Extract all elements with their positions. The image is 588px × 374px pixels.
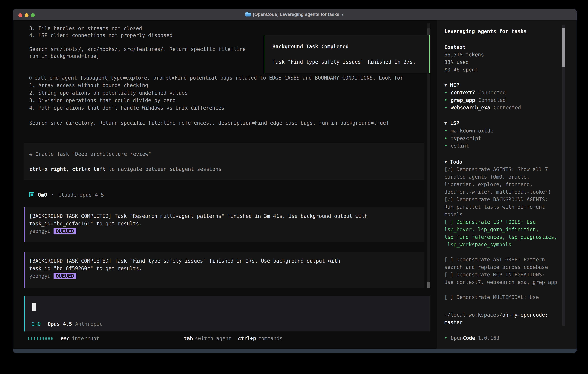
- esc-key-label: esc: [61, 335, 70, 341]
- tool-call-line: 4. Path operations that don't handle Win…: [29, 104, 403, 112]
- folder-icon: [245, 13, 251, 17]
- notification-toast: Background Task Completed Task "Find typ…: [264, 35, 430, 73]
- status-badge: QUEUED: [53, 228, 76, 234]
- mcp-heading: MCP: [450, 81, 459, 89]
- background-task-message: [BACKGROUND TASK COMPLETED] Task "Resear…: [24, 208, 424, 242]
- todo-item: [✓] Demonstrate BACKGROUND AGENTS: Run p…: [444, 196, 564, 218]
- collapse-triangle-icon: ▼: [444, 158, 447, 166]
- lsp-heading: LSP: [450, 119, 459, 127]
- text-cursor: [32, 303, 36, 311]
- tab-key-label: tab: [184, 335, 193, 341]
- tool-call-line: Search src/ directory. Return specific f…: [29, 119, 403, 127]
- status-dot-icon: •: [444, 96, 451, 104]
- mcp-item: •grep_appConnected: [444, 96, 521, 104]
- status-dot-icon: •: [444, 135, 451, 142]
- context-heading: Context: [444, 43, 484, 51]
- context-section: Context 66,518 tokens 33% used $0.46 spe…: [444, 43, 484, 73]
- window-title: [OpenCode] Leveraging agents for tasks: [253, 12, 339, 17]
- model-name: claude-opus-4-5: [58, 192, 104, 198]
- status-dot-icon: •: [444, 334, 451, 342]
- oracle-task-title: ◉ Oracle Task "Deep architecture review": [29, 150, 151, 158]
- task-message-line: task_id="bg_6f59260c" to get results.: [29, 265, 424, 272]
- output-line: run_in_background=true]: [29, 53, 246, 60]
- todo-item: [ ] Demonstrate MCP INTEGRATIONS: Use co…: [444, 271, 564, 286]
- status-dot-icon: •: [444, 104, 451, 111]
- todo-item: [✓] Demonstrate AGENTS: Show all 7 curat…: [444, 166, 564, 196]
- tool-call-line: [29, 112, 403, 119]
- prompt-input-panel[interactable]: OmO Opus 4.5 Anthropic: [24, 296, 430, 332]
- esc-action-label: interrupt: [72, 335, 99, 341]
- todo-item: [ ] Demonstrate MULTIMODAL: Use: [444, 293, 564, 301]
- notification-body: Task "Find type safety issues" finished …: [273, 58, 416, 66]
- close-window-button[interactable]: [18, 13, 22, 17]
- background-task-message: [BACKGROUND TASK COMPLETED] Task "Find t…: [24, 252, 424, 288]
- input-provider-name: Anthropic: [75, 320, 103, 328]
- scrollbar-thumb[interactable]: [427, 282, 430, 288]
- mcp-item: •context7Connected: [444, 89, 521, 96]
- collapse-triangle-icon: ▼: [444, 119, 447, 127]
- zoom-window-button[interactable]: [31, 13, 35, 17]
- output-line: Search src/tools/, src/hooks/, src/featu…: [29, 46, 246, 53]
- task-message-line: task_id="bg_dcfac161" to get results.: [29, 220, 424, 227]
- window-bottom-edge: [13, 349, 577, 353]
- workspace-info: ~/local-workspaces/oh-my-opencode: maste…: [444, 311, 548, 326]
- lsp-section: ▼LSP •markdown-oxide •typescript •eslint: [444, 119, 493, 150]
- task-message-line: [BACKGROUND TASK COMPLETED] Task "Find t…: [29, 257, 424, 265]
- oracle-task-hint: ctrl+x right, ctrl+x left to navigate be…: [29, 165, 221, 173]
- agent-name: OmO: [38, 192, 47, 198]
- output-line: 3. File handles or streams not closed: [29, 25, 246, 32]
- collapse-triangle-icon: ▼: [444, 81, 447, 89]
- tool-call-line: 1. Array access without bounds checking: [29, 82, 403, 89]
- lsp-section-header[interactable]: ▼LSP: [444, 119, 493, 127]
- commands-action-label: commands: [258, 335, 283, 341]
- agent-header-row: OmO · claude-opus-4-5: [29, 191, 104, 198]
- tool-call-block: ⚙call_omo_agent [subagent_type=explore, …: [29, 74, 403, 127]
- app-name-light: Open: [451, 334, 463, 342]
- status-dot-icon: •: [444, 127, 451, 135]
- tool-call-line: 2. String operations on potentially unde…: [29, 89, 403, 97]
- status-dot-icon: •: [444, 142, 451, 150]
- todo-heading: Todo: [450, 158, 462, 166]
- input-model-name[interactable]: Opus 4.5: [48, 320, 72, 328]
- activity-spinner-icon: [28, 337, 52, 340]
- todo-section: ▼Todo [✓] Demonstrate AGENTS: Show all 7…: [444, 158, 564, 301]
- app-name-bold: Code: [463, 334, 475, 342]
- title-bar: [OpenCode] Leveraging agents for tasks ◐: [13, 9, 577, 20]
- tool-call-line: 3. Division operations that could divide…: [29, 97, 403, 104]
- workspace-path-prefix: ~/local-workspaces/: [444, 312, 502, 318]
- user-label: yeongyu: [29, 227, 51, 235]
- mcp-section-header[interactable]: ▼MCP: [444, 81, 521, 89]
- status-bar: esc interrupt tab switch agent ctrl+p co…: [13, 335, 433, 342]
- minimize-window-button[interactable]: [25, 13, 29, 17]
- commands-key-label: ctrl+p: [238, 335, 256, 341]
- lsp-item: •typescript: [444, 135, 493, 142]
- session-title: Leveraging agents for tasks: [444, 28, 527, 35]
- gear-icon: ⚙: [29, 75, 32, 81]
- session-progress-icon: ◐: [342, 12, 344, 17]
- tool-call-header-line: ⚙call_omo_agent [subagent_type=explore, …: [29, 74, 403, 82]
- tool-call-header: call_omo_agent [subagent_type=explore, p…: [34, 75, 403, 81]
- output-line: [29, 39, 246, 46]
- todo-section-header[interactable]: ▼Todo: [444, 158, 564, 166]
- context-tokens: 66,518 tokens: [444, 51, 484, 58]
- output-line: 4. LSP client connections not properly d…: [29, 32, 246, 39]
- todo-item: [ ] Demonstrate AST-GREP: Pattern search…: [444, 256, 564, 271]
- mcp-item: •websearch_exaConnected: [444, 104, 521, 111]
- scrollbar-thumb[interactable]: [427, 28, 430, 35]
- sidebar-scrollbar[interactable]: [562, 25, 565, 326]
- terminal-window: [OpenCode] Leveraging agents for tasks ◐…: [13, 9, 577, 353]
- mcp-section: ▼MCP •context7Connected •grep_appConnect…: [444, 81, 521, 111]
- version-info: •OpenCode1.0.163: [444, 334, 499, 342]
- user-label: yeongyu: [29, 272, 51, 280]
- input-agent-name: OmO: [32, 320, 41, 328]
- radio-icon: ◉: [29, 151, 32, 157]
- lsp-item: •markdown-oxide: [444, 127, 493, 135]
- notification-title: Background Task Completed: [273, 43, 349, 50]
- oracle-task-panel: ◉ Oracle Task "Deep architecture review"…: [24, 143, 424, 180]
- separator-dot: ·: [51, 192, 54, 198]
- app-version-number: 1.0.163: [478, 334, 499, 342]
- scrollbar-thumb[interactable]: [562, 28, 565, 67]
- task-message-line: [BACKGROUND TASK COMPLETED] Task "Resear…: [29, 212, 424, 220]
- todo-item: [ ] Demonstrate LSP TOOLS: Use lsp_hover…: [444, 218, 564, 248]
- status-dot-icon: •: [444, 89, 451, 96]
